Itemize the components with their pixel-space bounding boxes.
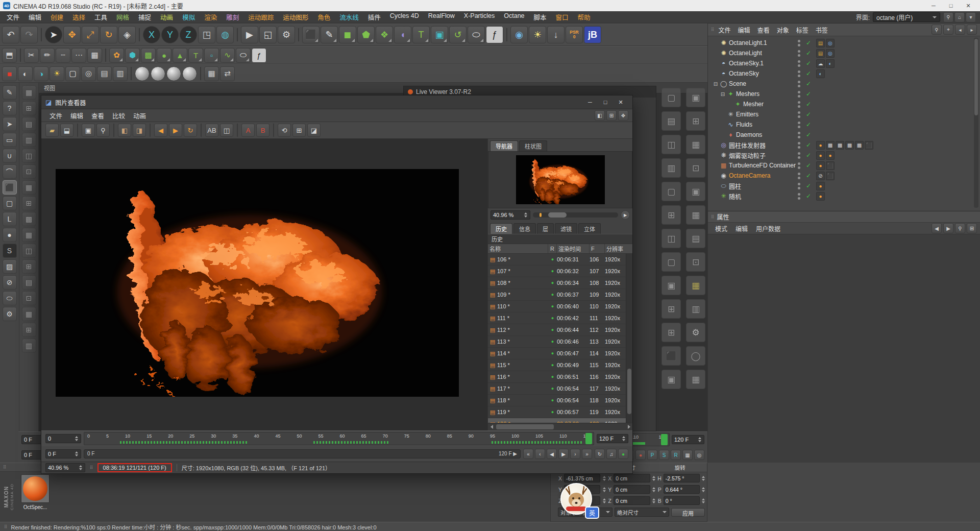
set-b-icon[interactable]: B bbox=[256, 124, 270, 137]
object-tag-icon[interactable]: ▩ bbox=[845, 141, 854, 150]
pv-range-slider[interactable]: 0 F 120 F ▶ bbox=[84, 449, 521, 458]
history-row[interactable]: ▤ 110 * ● 00:06:40 110 1920x bbox=[488, 301, 632, 312]
panel-config-icon[interactable]: ⊞ bbox=[967, 223, 977, 233]
forward-icon[interactable]: ▶ bbox=[943, 223, 953, 233]
plate-icon[interactable]: ▢ bbox=[65, 66, 80, 81]
transport-button[interactable]: › bbox=[570, 449, 580, 459]
enable-check-icon[interactable]: ✓ bbox=[806, 182, 811, 189]
expander-icon[interactable]: ⊟ bbox=[712, 81, 719, 87]
object-label[interactable]: 烟雾驱动粒子 bbox=[728, 151, 766, 160]
palette-icon[interactable]: ⊞ bbox=[686, 111, 705, 131]
history-row[interactable]: ▤ 109 * ● 00:06:37 109 1920x bbox=[488, 289, 632, 301]
enable-check-icon[interactable]: ✓ bbox=[806, 60, 811, 67]
object-row[interactable]: ◉ OctaneCamera ✓ ⊘⬛ bbox=[708, 171, 980, 181]
dock-icon[interactable]: ◧ bbox=[595, 110, 605, 120]
coordinate-field[interactable]: Y 0 cm bbox=[607, 485, 656, 494]
light-icon[interactable]: ☀ bbox=[529, 26, 546, 43]
object-row[interactable]: ❋ 烟雾驱动粒子 ✓ ●● bbox=[708, 150, 980, 160]
sphere-generator-icon[interactable]: ● bbox=[157, 48, 172, 63]
render-record-icon[interactable]: ■ bbox=[2, 66, 17, 81]
visibility-dots[interactable] bbox=[798, 141, 802, 149]
coord-system-icon[interactable]: ◍ bbox=[216, 26, 234, 43]
open-file-icon[interactable]: ▰ bbox=[45, 124, 59, 137]
object-label[interactable]: Mesher bbox=[742, 101, 764, 108]
cube-generator-icon[interactable]: ▫ bbox=[204, 48, 219, 63]
visibility-dots[interactable] bbox=[798, 49, 802, 57]
object-label[interactable]: Daemons bbox=[735, 131, 762, 138]
render-play-icon[interactable]: ● bbox=[618, 449, 628, 459]
redo-icon[interactable]: ↷ bbox=[20, 26, 38, 43]
palette-icon[interactable]: ▦ bbox=[686, 276, 705, 295]
object-label[interactable]: TurbulenceFD Container bbox=[728, 162, 796, 169]
single-image-icon[interactable]: ▣ bbox=[82, 124, 95, 137]
transport-button[interactable]: ◀ bbox=[547, 449, 557, 459]
psr-plugin-icon[interactable]: PSR 0 bbox=[566, 26, 583, 43]
subdivision-surface-icon[interactable]: ◼ bbox=[339, 26, 356, 43]
filter-icon[interactable]: ⚲ bbox=[932, 25, 942, 35]
stepper[interactable] bbox=[602, 475, 606, 482]
enable-check-icon[interactable]: ✓ bbox=[806, 111, 811, 118]
panel-menu-item[interactable]: 书签 bbox=[812, 25, 831, 35]
tab[interactable]: 滤镜 bbox=[555, 223, 577, 234]
panel-menu-item[interactable]: 标签 bbox=[793, 25, 812, 35]
transport-button[interactable]: ‹ bbox=[535, 449, 545, 459]
history-row[interactable]: ▤ 113 * ● 00:06:46 113 1920x bbox=[488, 336, 632, 348]
menu-item[interactable]: 脚本 bbox=[529, 12, 551, 22]
menu-item[interactable]: 雕刻 bbox=[222, 12, 243, 22]
axis-mode-icon[interactable]: L bbox=[3, 212, 17, 226]
stepper[interactable] bbox=[74, 450, 79, 457]
stepper[interactable] bbox=[74, 435, 79, 442]
object-tag-icon[interactable]: ⊘ bbox=[816, 172, 825, 180]
palette-grid-icon[interactable]: ▦ bbox=[22, 228, 36, 242]
render-region-icon[interactable]: ◱ bbox=[259, 26, 277, 43]
picture-viewer-menu-item[interactable]: 比较 bbox=[108, 110, 129, 121]
object-tag-icon[interactable]: ▤ bbox=[816, 39, 825, 47]
menu-item[interactable]: 窗口 bbox=[551, 12, 573, 22]
undo-icon[interactable]: ↶ bbox=[2, 26, 19, 43]
stepper[interactable] bbox=[652, 497, 656, 504]
menu-item[interactable]: 文件 bbox=[2, 12, 24, 22]
history-row[interactable]: ▤ 120 * ● 00:07:00 120 1920x bbox=[488, 418, 632, 423]
object-tag-icon[interactable]: ⬛ bbox=[826, 172, 835, 180]
palette-icon[interactable]: ▦ bbox=[686, 135, 705, 154]
cloner-icon[interactable]: ✿ bbox=[109, 48, 124, 63]
zoom-slider-thumb[interactable] bbox=[548, 212, 567, 218]
visibility-dots[interactable] bbox=[798, 131, 802, 139]
material-sphere-icon[interactable] bbox=[135, 66, 150, 81]
object-tag-icon[interactable]: ◐ bbox=[826, 59, 835, 68]
stepper[interactable] bbox=[701, 497, 706, 504]
pv-frame-ruler[interactable]: 0510152025303540455055606570758085909510… bbox=[84, 432, 594, 445]
object-label[interactable]: Emitters bbox=[735, 111, 758, 118]
menu-item[interactable]: 渲染 bbox=[200, 12, 222, 22]
image-canvas[interactable] bbox=[41, 139, 487, 430]
playhead-handle[interactable] bbox=[661, 434, 668, 445]
panel-menu-item[interactable]: 用户数据 bbox=[752, 223, 785, 234]
visibility-dots[interactable] bbox=[798, 192, 802, 200]
panel-menu-item[interactable]: 编辑 bbox=[734, 25, 754, 35]
stepper[interactable] bbox=[701, 486, 706, 493]
navigator-thumbnail[interactable] bbox=[516, 155, 605, 204]
object-tag-icon[interactable]: ⬛ bbox=[826, 161, 835, 170]
scroll-left-arrow[interactable] bbox=[488, 423, 495, 430]
workplane-lock-icon[interactable]: ⊘ bbox=[3, 275, 17, 289]
set-a-icon[interactable]: A bbox=[241, 124, 255, 137]
menu-item[interactable]: 选择 bbox=[68, 12, 90, 22]
motext-icon[interactable]: T bbox=[412, 26, 430, 43]
rotate-view-icon[interactable]: ⟲ bbox=[278, 124, 291, 137]
palette-grid-icon[interactable]: ⊞ bbox=[22, 196, 36, 210]
dual-view-icon[interactable]: ◫ bbox=[220, 124, 233, 137]
range-right-handle[interactable]: 120 F ▶ bbox=[497, 450, 519, 456]
palette-icon[interactable]: ⊞ bbox=[662, 299, 681, 319]
object-label[interactable]: OctaneCamera bbox=[728, 172, 770, 179]
points-icon[interactable]: ⋯ bbox=[71, 48, 86, 63]
pv-minimize-button[interactable]: ─ bbox=[582, 97, 598, 107]
pv-maximize-button[interactable]: □ bbox=[598, 97, 613, 107]
pencil-icon[interactable]: ✏ bbox=[40, 48, 55, 63]
palette-icon[interactable]: ▤ bbox=[686, 229, 705, 248]
scale-tool-icon[interactable]: ⤢ bbox=[82, 26, 99, 43]
visibility-dots[interactable] bbox=[798, 80, 802, 88]
object-tag-icon[interactable]: ☁ bbox=[816, 59, 825, 68]
palette-icon[interactable]: ⊞ bbox=[662, 205, 681, 225]
lock-z-icon[interactable]: Z bbox=[180, 26, 197, 43]
menu-item[interactable]: 编辑 bbox=[24, 12, 46, 22]
